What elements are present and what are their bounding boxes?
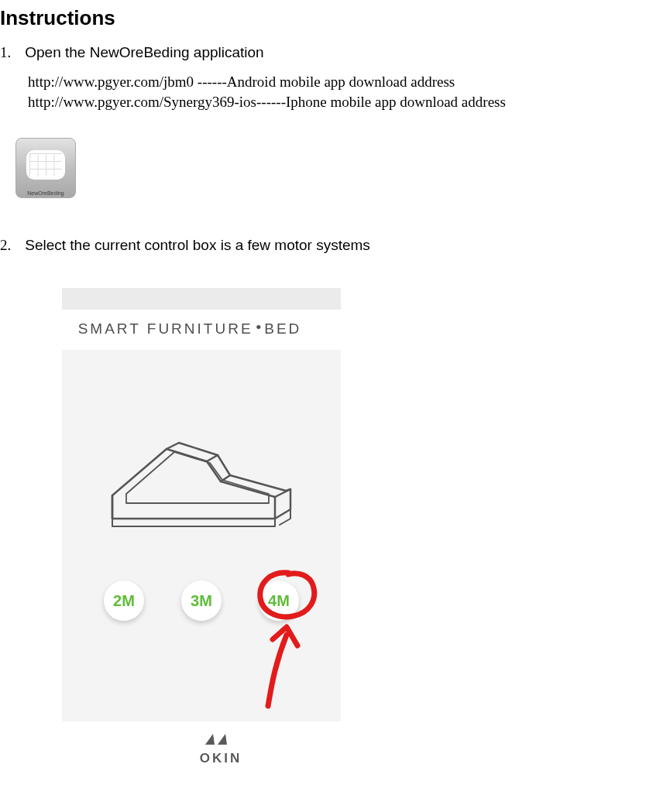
page-title: Instructions: [0, 6, 646, 30]
android-label: ------Android mobile app download addres…: [194, 74, 455, 90]
okin-logo: OKIN: [195, 731, 246, 766]
red-arrow-annotation: [248, 619, 313, 712]
motor-button-row: 2M 3M 4M: [62, 581, 341, 621]
motor-button-2m[interactable]: 2M: [104, 581, 144, 621]
app-header: SMART FURNITURE•BED: [39, 320, 341, 337]
app-body: 2M 3M 4M: [62, 350, 341, 721]
iphone-label: ------Iphone mobile app download address: [256, 94, 506, 110]
step-number-2: 2.: [0, 237, 11, 254]
step-text-1: Open the NewOreBeding application: [25, 44, 263, 61]
motor-button-3m[interactable]: 3M: [181, 581, 222, 621]
android-url: http://www.pgyer.com/jbm0: [28, 74, 194, 90]
app-icon-label: NewOreBeding: [16, 190, 75, 196]
step-2: 2. Select the current control box is a f…: [0, 237, 646, 254]
app-screenshot: SMART FURNITURE•BED: [39, 288, 341, 766]
header-right: BED: [264, 320, 301, 337]
header-dot-icon: •: [256, 319, 262, 335]
app-icon-container: NewOreBeding: [15, 138, 646, 198]
iphone-url: http://www.pgyer.com/Synergy369-ios: [28, 94, 256, 110]
okin-logo-text: OKIN: [195, 751, 246, 766]
status-bar: [62, 288, 341, 310]
header-left: SMART FURNITURE: [78, 320, 253, 337]
step-1: 1. Open the NewOreBeding application: [0, 44, 646, 61]
bed-illustration: [97, 387, 306, 542]
app-icon: NewOreBeding: [15, 138, 76, 198]
step-number-1: 1.: [0, 44, 11, 61]
motor-button-4m[interactable]: 4M: [259, 581, 299, 621]
step-text-2: Select the current control box is a few …: [25, 237, 370, 254]
download-links: http://www.pgyer.com/jbm0 ------Android …: [28, 72, 646, 111]
